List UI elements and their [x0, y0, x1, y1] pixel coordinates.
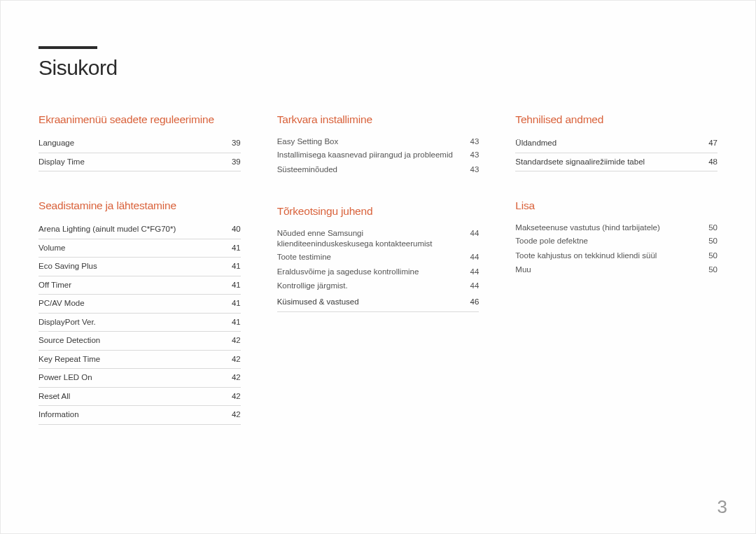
entry-label: Standardsete signaalirežiimide tabel: [515, 157, 695, 168]
entry-label: Eraldusvõime ja sageduse kontrollimine: [277, 267, 457, 278]
toc-section: Tõrkeotsingu juhendNõuded enne Samsungi …: [277, 205, 479, 312]
entry-page: 43: [465, 165, 479, 174]
toc-entry[interactable]: Küsimused & vastused46: [277, 293, 479, 312]
toc-subentry[interactable]: Süsteeminõuded43: [277, 162, 479, 177]
entry-page: 41: [227, 318, 241, 326]
entry-page: 44: [465, 229, 479, 237]
toc-subentry[interactable]: Kontrollige järgmist.44: [277, 279, 479, 294]
entry-label: Installimisega kaasnevad piirangud ja pr…: [277, 150, 457, 161]
entry-label: Makseteenuse vastutus (hind tarbijatele): [515, 223, 695, 234]
toc-entry[interactable]: Source Detection42: [38, 332, 241, 351]
title-rule: [38, 46, 97, 49]
toc-section: Ekraanimenüü seadete reguleerimineLangua…: [38, 113, 241, 171]
toc-subentry[interactable]: Toode pole defektne50: [515, 234, 718, 249]
toc-entry[interactable]: Power LED On42: [38, 369, 241, 388]
entry-page: 42: [227, 355, 241, 363]
toc-entry[interactable]: Nõuded enne Samsungi klienditeeninduskes…: [277, 226, 479, 251]
entry-label: Power LED On: [38, 372, 218, 384]
entry-label: Muu: [515, 265, 695, 276]
entry-page: 40: [227, 225, 241, 233]
entry-label: Source Detection: [38, 335, 218, 346]
entry-label: Süsteeminõuded: [277, 164, 457, 176]
entry-page: 39: [227, 139, 241, 147]
entry-page: 50: [704, 251, 718, 260]
toc-entry[interactable]: DisplayPort Ver.41: [38, 314, 241, 332]
toc-section: Seadistamine ja lähtestamineArena Lighti…: [38, 199, 241, 425]
entry-label: Nõuded enne Samsungi klienditeeninduskes…: [277, 228, 457, 250]
entry-page: 41: [227, 262, 241, 270]
toc-entry[interactable]: Arena Lighting (ainult mudel C*FG70*)40: [38, 220, 241, 239]
entry-label: Toode pole defektne: [515, 236, 695, 247]
toc-subentry[interactable]: Muu50: [515, 263, 718, 278]
entry-page: 41: [227, 299, 241, 307]
section-heading[interactable]: Tarkvara installimine: [277, 113, 479, 126]
toc-subentry[interactable]: Toote kahjustus on tekkinud kliendi süül…: [515, 248, 718, 263]
entry-label: Eco Saving Plus: [38, 261, 218, 272]
entry-page: 43: [465, 150, 479, 159]
toc-column: Ekraanimenüü seadete reguleerimineLangua…: [38, 113, 241, 453]
section-heading[interactable]: Seadistamine ja lähtestamine: [38, 199, 241, 212]
entry-page: 50: [704, 265, 718, 274]
page-number: 3: [718, 496, 727, 518]
entry-page: 41: [227, 244, 241, 252]
entry-label: Information: [38, 409, 218, 421]
entry-label: Kontrollige järgmist.: [277, 281, 457, 292]
section-heading[interactable]: Ekraanimenüü seadete reguleerimine: [38, 113, 241, 126]
entry-label: Toote testimine: [277, 252, 457, 263]
toc-column: Tarkvara installimineEasy Setting Box43I…: [277, 113, 479, 453]
entry-page: 42: [227, 336, 241, 344]
entry-page: 39: [227, 157, 241, 166]
toc-entry[interactable]: Reset All42: [38, 388, 241, 407]
page-title: Sisukord: [38, 56, 718, 80]
toc-entry[interactable]: Off Timer41: [38, 276, 241, 295]
entry-page: 42: [227, 392, 241, 400]
toc-section: Tarkvara installimineEasy Setting Box43I…: [277, 113, 479, 177]
toc-section: LisaMakseteenuse vastutus (hind tarbijat…: [515, 199, 718, 277]
toc-column: Tehnilised andmedÜldandmed47Standardsete…: [515, 113, 718, 453]
entry-page: 50: [704, 223, 718, 232]
toc-subentry[interactable]: Eraldusvõime ja sageduse kontrollimine44: [277, 265, 479, 279]
entry-page: 47: [704, 139, 718, 147]
toc-entry[interactable]: PC/AV Mode41: [38, 295, 241, 314]
entry-label: Display Time: [38, 157, 218, 168]
toc-entry[interactable]: Standardsete signaalirežiimide tabel48: [515, 153, 718, 172]
entry-label: Easy Setting Box: [277, 136, 457, 148]
entry-page: 44: [465, 267, 479, 276]
toc-entry[interactable]: Makseteenuse vastutus (hind tarbijatele)…: [515, 220, 718, 234]
toc-entry[interactable]: Üldandmed47: [515, 134, 718, 153]
entry-page: 44: [465, 281, 479, 290]
entry-page: 42: [227, 410, 241, 419]
entry-page: 43: [465, 137, 479, 146]
entry-page: 44: [465, 253, 479, 261]
section-heading[interactable]: Tehnilised andmed: [515, 113, 718, 126]
entry-label: Language: [38, 138, 218, 149]
toc-entry[interactable]: Display Time39: [38, 153, 241, 172]
toc-entry[interactable]: Easy Setting Box43: [277, 134, 479, 148]
toc-entry[interactable]: Eco Saving Plus41: [38, 258, 241, 276]
toc-entry[interactable]: Information42: [38, 406, 241, 425]
entry-label: Off Timer: [38, 280, 218, 291]
entry-label: Toote kahjustus on tekkinud kliendi süül: [515, 251, 695, 262]
entry-label: Üldandmed: [515, 138, 695, 149]
entry-page: 50: [704, 237, 718, 245]
entry-label: DisplayPort Ver.: [38, 317, 218, 328]
entry-page: 42: [227, 373, 241, 381]
toc-section: Tehnilised andmedÜldandmed47Standardsete…: [515, 113, 718, 171]
entry-page: 41: [227, 281, 241, 289]
section-heading[interactable]: Lisa: [515, 199, 718, 212]
section-heading[interactable]: Tõrkeotsingu juhend: [277, 205, 479, 218]
toc-subentry[interactable]: Installimisega kaasnevad piirangud ja pr…: [277, 148, 479, 163]
toc-entry[interactable]: Volume41: [38, 239, 241, 258]
toc-entry[interactable]: Language39: [38, 134, 241, 153]
entry-label: Küsimused & vastused: [277, 297, 457, 308]
entry-label: Reset All: [38, 391, 218, 402]
toc-subentry[interactable]: Toote testimine44: [277, 251, 479, 265]
entry-page: 46: [465, 297, 479, 306]
toc-page: Sisukord Ekraanimenüü seadete reguleerim…: [0, 0, 756, 534]
entry-label: Volume: [38, 243, 218, 254]
entry-label: Key Repeat Time: [38, 354, 218, 365]
toc-columns: Ekraanimenüü seadete reguleerimineLangua…: [38, 113, 718, 453]
toc-entry[interactable]: Key Repeat Time42: [38, 351, 241, 370]
entry-label: PC/AV Mode: [38, 298, 218, 309]
entry-label: Arena Lighting (ainult mudel C*FG70*): [38, 224, 218, 235]
